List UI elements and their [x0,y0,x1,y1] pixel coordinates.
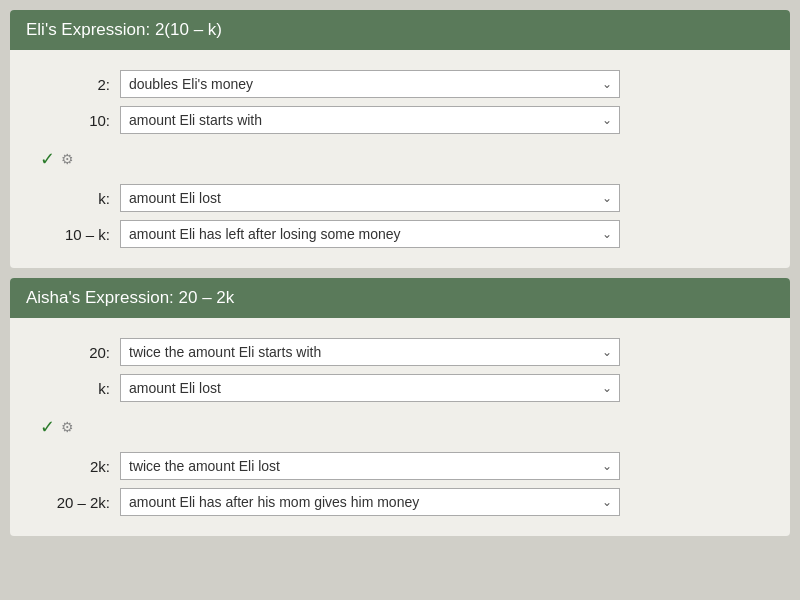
aisha-check-area: ✓ ⚙ [30,410,770,444]
eli-row-10: 10: amount Eli starts with ten dollars i… [30,106,770,134]
eli-row-2: 2: doubles Eli's money two multiplied by… [30,70,770,98]
gear-icon[interactable]: ⚙ [61,151,74,167]
eli-select-k[interactable]: amount Eli lost k value money lost [120,184,620,212]
eli-select-wrapper-10k: amount Eli has left after losing some mo… [120,220,620,248]
aisha-header: Aisha's Expression: 20 – 2k [10,278,790,318]
eli-select-wrapper-2: doubles Eli's money two multiplied by 2 … [120,70,620,98]
aisha-label-k: k: [30,380,120,397]
eli-row-10k: 10 – k: amount Eli has left after losing… [30,220,770,248]
gear-icon-2[interactable]: ⚙ [61,419,74,435]
aisha-select-2k[interactable]: twice the amount Eli lost double k 2 tim… [120,452,620,480]
aisha-label-20: 20: [30,344,120,361]
aisha-section: Aisha's Expression: 20 – 2k 20: twice th… [10,278,790,536]
eli-select-10k[interactable]: amount Eli has left after losing some mo… [120,220,620,248]
eli-label-2: 2: [30,76,120,93]
aisha-row-20: 20: twice the amount Eli starts with twe… [30,338,770,366]
eli-select-wrapper-10: amount Eli starts with ten dollars initi… [120,106,620,134]
eli-select-2[interactable]: doubles Eli's money two multiplied by 2 [120,70,620,98]
aisha-row-2k: 2k: twice the amount Eli lost double k 2… [30,452,770,480]
aisha-select-wrapper-2k: twice the amount Eli lost double k 2 tim… [120,452,620,480]
eli-label-k: k: [30,190,120,207]
aisha-row-20-2k: 20 – 2k: amount Eli has after his mom gi… [30,488,770,516]
aisha-label-2k: 2k: [30,458,120,475]
eli-body: 2: doubles Eli's money two multiplied by… [10,50,790,268]
eli-header: Eli's Expression: 2(10 – k) [10,10,790,50]
aisha-select-wrapper-20-2k: amount Eli has after his mom gives him m… [120,488,620,516]
eli-label-10: 10: [30,112,120,129]
checkmark-icon-2: ✓ [40,416,55,438]
eli-title: Eli's Expression: 2(10 – k) [26,20,222,39]
aisha-select-20-2k[interactable]: amount Eli has after his mom gives him m… [120,488,620,516]
aisha-select-wrapper-20: twice the amount Eli starts with twenty … [120,338,620,366]
aisha-select-wrapper-k: amount Eli lost k value money lost ⌄ [120,374,620,402]
aisha-select-20[interactable]: twice the amount Eli starts with twenty … [120,338,620,366]
eli-label-10k: 10 – k: [30,226,120,243]
aisha-body: 20: twice the amount Eli starts with twe… [10,318,790,536]
eli-row-k: k: amount Eli lost k value money lost ⌄ [30,184,770,212]
eli-select-wrapper-k: amount Eli lost k value money lost ⌄ [120,184,620,212]
eli-section: Eli's Expression: 2(10 – k) 2: doubles E… [10,10,790,268]
eli-check-area: ✓ ⚙ [30,142,770,176]
checkmark-icon: ✓ [40,148,55,170]
eli-select-10[interactable]: amount Eli starts with ten dollars initi… [120,106,620,134]
aisha-select-k[interactable]: amount Eli lost k value money lost [120,374,620,402]
aisha-label-20-2k: 20 – 2k: [30,494,120,511]
aisha-title: Aisha's Expression: 20 – 2k [26,288,234,307]
aisha-row-k: k: amount Eli lost k value money lost ⌄ [30,374,770,402]
